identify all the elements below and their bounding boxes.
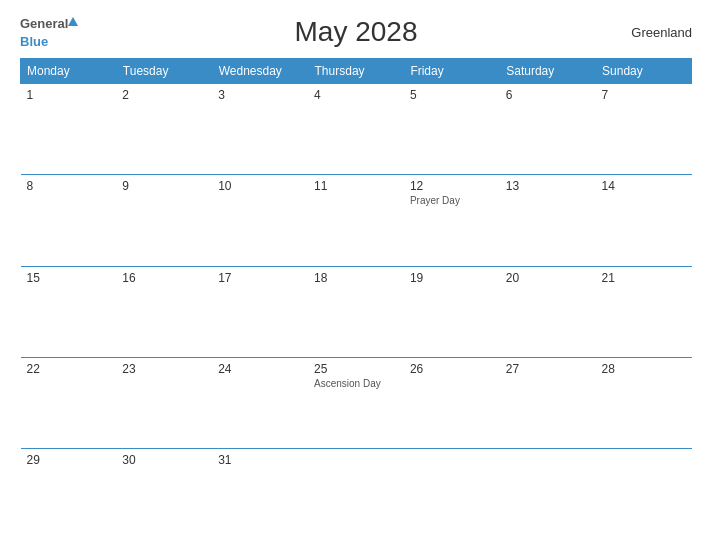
calendar-day-cell: 27 bbox=[500, 357, 596, 448]
calendar-day-cell: 31 bbox=[212, 449, 308, 540]
calendar-day-cell: 21 bbox=[596, 266, 692, 357]
calendar-day-cell: 11 bbox=[308, 175, 404, 266]
calendar-day-cell: 24 bbox=[212, 357, 308, 448]
day-number: 9 bbox=[122, 179, 206, 193]
day-number: 24 bbox=[218, 362, 302, 376]
calendar-day-cell: 6 bbox=[500, 84, 596, 175]
day-number: 8 bbox=[27, 179, 111, 193]
calendar-day-cell: 30 bbox=[116, 449, 212, 540]
calendar-week-row: 293031 bbox=[21, 449, 692, 540]
day-number: 5 bbox=[410, 88, 494, 102]
calendar-day-cell: 12Prayer Day bbox=[404, 175, 500, 266]
calendar-day-cell: 1 bbox=[21, 84, 117, 175]
calendar-day-cell: 3 bbox=[212, 84, 308, 175]
logo-blue-text: Blue bbox=[20, 34, 48, 49]
weekday-header-row: Monday Tuesday Wednesday Thursday Friday… bbox=[21, 59, 692, 84]
calendar-day-cell: 9 bbox=[116, 175, 212, 266]
day-number: 21 bbox=[602, 271, 686, 285]
day-number: 15 bbox=[27, 271, 111, 285]
day-number: 10 bbox=[218, 179, 302, 193]
day-number: 23 bbox=[122, 362, 206, 376]
day-number: 29 bbox=[27, 453, 111, 467]
calendar-day-cell: 28 bbox=[596, 357, 692, 448]
day-number: 2 bbox=[122, 88, 206, 102]
day-number: 25 bbox=[314, 362, 398, 376]
calendar-day-cell: 8 bbox=[21, 175, 117, 266]
day-number: 11 bbox=[314, 179, 398, 193]
calendar-day-cell: 10 bbox=[212, 175, 308, 266]
day-number: 6 bbox=[506, 88, 590, 102]
calendar-day-cell: 29 bbox=[21, 449, 117, 540]
day-number: 1 bbox=[27, 88, 111, 102]
day-number: 19 bbox=[410, 271, 494, 285]
calendar-day-cell: 2 bbox=[116, 84, 212, 175]
calendar-day-cell: 19 bbox=[404, 266, 500, 357]
logo-general-text: General bbox=[20, 16, 68, 31]
month-title: May 2028 bbox=[100, 16, 612, 48]
header-wednesday: Wednesday bbox=[212, 59, 308, 84]
calendar-header: General Blue May 2028 Greenland bbox=[20, 10, 692, 54]
calendar-day-cell bbox=[308, 449, 404, 540]
region-label: Greenland bbox=[612, 25, 692, 40]
header-friday: Friday bbox=[404, 59, 500, 84]
day-number: 31 bbox=[218, 453, 302, 467]
calendar-day-cell: 17 bbox=[212, 266, 308, 357]
day-number: 28 bbox=[602, 362, 686, 376]
header-sunday: Sunday bbox=[596, 59, 692, 84]
day-number: 7 bbox=[602, 88, 686, 102]
header-thursday: Thursday bbox=[308, 59, 404, 84]
day-number: 3 bbox=[218, 88, 302, 102]
calendar-day-cell: 5 bbox=[404, 84, 500, 175]
calendar-day-cell: 26 bbox=[404, 357, 500, 448]
day-number: 26 bbox=[410, 362, 494, 376]
calendar-week-row: 89101112Prayer Day1314 bbox=[21, 175, 692, 266]
calendar-day-cell: 20 bbox=[500, 266, 596, 357]
day-number: 18 bbox=[314, 271, 398, 285]
calendar-day-cell: 14 bbox=[596, 175, 692, 266]
logo: General Blue bbox=[20, 14, 100, 50]
header-monday: Monday bbox=[21, 59, 117, 84]
calendar-day-cell bbox=[500, 449, 596, 540]
calendar-day-cell bbox=[596, 449, 692, 540]
day-number: 20 bbox=[506, 271, 590, 285]
day-number: 13 bbox=[506, 179, 590, 193]
day-number: 17 bbox=[218, 271, 302, 285]
calendar-day-cell: 23 bbox=[116, 357, 212, 448]
day-number: 4 bbox=[314, 88, 398, 102]
calendar-week-row: 1234567 bbox=[21, 84, 692, 175]
holiday-label: Prayer Day bbox=[410, 195, 494, 206]
calendar-table: Monday Tuesday Wednesday Thursday Friday… bbox=[20, 58, 692, 540]
calendar-day-cell: 7 bbox=[596, 84, 692, 175]
calendar-day-cell: 15 bbox=[21, 266, 117, 357]
calendar-day-cell bbox=[404, 449, 500, 540]
day-number: 27 bbox=[506, 362, 590, 376]
calendar-day-cell: 22 bbox=[21, 357, 117, 448]
header-saturday: Saturday bbox=[500, 59, 596, 84]
calendar-day-cell: 16 bbox=[116, 266, 212, 357]
day-number: 16 bbox=[122, 271, 206, 285]
holiday-label: Ascension Day bbox=[314, 378, 398, 389]
calendar-day-cell: 25Ascension Day bbox=[308, 357, 404, 448]
day-number: 30 bbox=[122, 453, 206, 467]
calendar-day-cell: 13 bbox=[500, 175, 596, 266]
calendar-day-cell: 18 bbox=[308, 266, 404, 357]
day-number: 22 bbox=[27, 362, 111, 376]
calendar-day-cell: 4 bbox=[308, 84, 404, 175]
header-tuesday: Tuesday bbox=[116, 59, 212, 84]
day-number: 12 bbox=[410, 179, 494, 193]
day-number: 14 bbox=[602, 179, 686, 193]
calendar-week-row: 15161718192021 bbox=[21, 266, 692, 357]
logo-triangle-icon bbox=[68, 17, 78, 26]
calendar-week-row: 22232425Ascension Day262728 bbox=[21, 357, 692, 448]
